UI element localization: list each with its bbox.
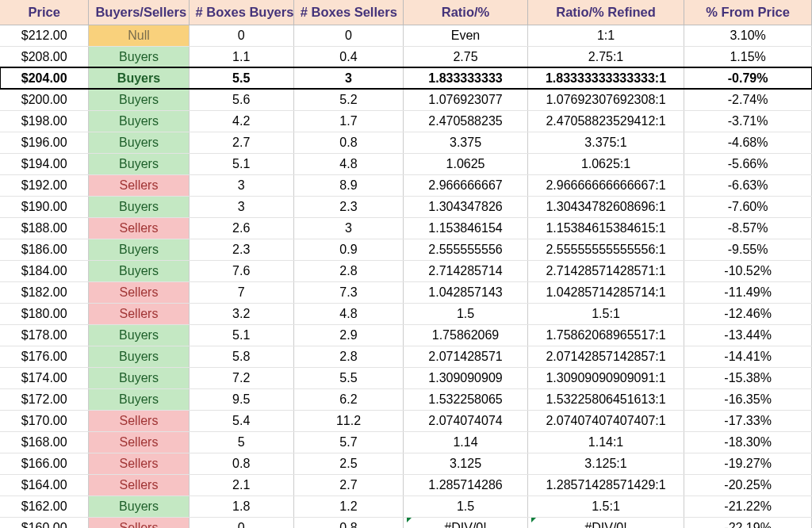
table-row[interactable]: $162.00Buyers1.81.21.51.5:1-21.22% bbox=[0, 495, 812, 517]
cell-boxes-sellers[interactable]: 2.8 bbox=[293, 346, 403, 367]
table-row[interactable]: $190.00Buyers32.31.3043478261.3043478260… bbox=[0, 196, 812, 217]
cell-boxes-sellers[interactable]: 0.8 bbox=[293, 132, 403, 153]
cell-boxes-buyers[interactable]: 3.2 bbox=[189, 303, 293, 324]
cell-ratio-refined[interactable]: 1.5:1 bbox=[527, 303, 684, 324]
cell-price[interactable]: $176.00 bbox=[0, 346, 89, 367]
cell-ratio-refined[interactable]: 1.15384615384615:1 bbox=[527, 217, 684, 239]
cell-from-price[interactable]: -21.22% bbox=[684, 495, 812, 517]
table-row[interactable]: $188.00Sellers2.631.1538461541.153846153… bbox=[0, 217, 812, 239]
cell-from-price[interactable]: -9.55% bbox=[684, 239, 812, 260]
cell-from-price[interactable]: -8.57% bbox=[684, 217, 812, 239]
cell-price[interactable]: $208.00 bbox=[0, 46, 89, 67]
cell-bs[interactable]: Sellers bbox=[89, 281, 189, 303]
cell-boxes-buyers[interactable]: 5.1 bbox=[189, 153, 293, 174]
cell-price[interactable]: $198.00 bbox=[0, 110, 89, 132]
cell-from-price[interactable]: -10.52% bbox=[684, 260, 812, 281]
cell-price[interactable]: $168.00 bbox=[0, 431, 89, 453]
cell-ratio[interactable]: 1.285714286 bbox=[404, 474, 528, 495]
cell-ratio-refined[interactable]: 1.75862068965517:1 bbox=[527, 324, 684, 346]
cell-bs[interactable]: Buyers bbox=[89, 46, 189, 67]
cell-ratio[interactable]: 1.076923077 bbox=[404, 89, 528, 110]
cell-boxes-buyers[interactable]: 5.8 bbox=[189, 346, 293, 367]
table-row[interactable]: $186.00Buyers2.30.92.5555555562.55555555… bbox=[0, 239, 812, 260]
cell-price[interactable]: $204.00 bbox=[0, 67, 89, 89]
table-row[interactable]: $170.00Sellers5.411.22.0740740742.074074… bbox=[0, 410, 812, 431]
cell-from-price[interactable]: -4.68% bbox=[684, 132, 812, 153]
cell-from-price[interactable]: 1.15% bbox=[684, 46, 812, 67]
table-row[interactable]: $208.00Buyers1.10.42.752.75:11.15% bbox=[0, 46, 812, 67]
cell-ratio-refined[interactable]: 1.07692307692308:1 bbox=[527, 89, 684, 110]
cell-ratio-refined[interactable]: 1.14:1 bbox=[527, 431, 684, 453]
cell-boxes-sellers[interactable]: 1.2 bbox=[293, 495, 403, 517]
cell-price[interactable]: $160.00 bbox=[0, 517, 89, 528]
header-from-price[interactable]: % From Price bbox=[684, 0, 812, 25]
cell-ratio-refined[interactable]: 1.5:1 bbox=[527, 495, 684, 517]
cell-from-price[interactable]: -6.63% bbox=[684, 174, 812, 196]
cell-ratio-refined[interactable]: 1:1 bbox=[527, 25, 684, 46]
cell-bs[interactable]: Buyers bbox=[89, 239, 189, 260]
cell-bs[interactable]: Buyers bbox=[89, 89, 189, 110]
cell-bs[interactable]: Sellers bbox=[89, 217, 189, 239]
cell-price[interactable]: $166.00 bbox=[0, 453, 89, 474]
cell-price[interactable]: $190.00 bbox=[0, 196, 89, 217]
cell-boxes-buyers[interactable]: 4.2 bbox=[189, 110, 293, 132]
cell-from-price[interactable]: -14.41% bbox=[684, 346, 812, 367]
cell-boxes-buyers[interactable]: 2.3 bbox=[189, 239, 293, 260]
cell-from-price[interactable]: -11.49% bbox=[684, 281, 812, 303]
cell-boxes-sellers[interactable]: 2.5 bbox=[293, 453, 403, 474]
cell-bs[interactable]: Buyers bbox=[89, 324, 189, 346]
cell-ratio[interactable]: 1.5 bbox=[404, 495, 528, 517]
cell-boxes-sellers[interactable]: 5.5 bbox=[293, 367, 403, 388]
cell-ratio-refined[interactable]: 1.83333333333333:1 bbox=[527, 67, 684, 89]
table-row[interactable]: $174.00Buyers7.25.51.3090909091.30909090… bbox=[0, 367, 812, 388]
cell-bs[interactable]: Sellers bbox=[89, 474, 189, 495]
cell-bs[interactable]: Buyers bbox=[89, 132, 189, 153]
cell-bs[interactable]: Null bbox=[89, 25, 189, 46]
cell-from-price[interactable]: -16.35% bbox=[684, 388, 812, 410]
cell-bs[interactable]: Buyers bbox=[89, 110, 189, 132]
cell-price[interactable]: $196.00 bbox=[0, 132, 89, 153]
table-row[interactable]: $182.00Sellers77.31.0428571431.042857142… bbox=[0, 281, 812, 303]
cell-boxes-sellers[interactable]: 0.9 bbox=[293, 239, 403, 260]
cell-price[interactable]: $180.00 bbox=[0, 303, 89, 324]
header-boxes-sellers[interactable]: # Boxes Sellers bbox=[293, 0, 403, 25]
cell-ratio-refined[interactable]: 2.71428571428571:1 bbox=[527, 260, 684, 281]
cell-boxes-buyers[interactable]: 5.6 bbox=[189, 89, 293, 110]
cell-boxes-buyers[interactable]: 9.5 bbox=[189, 388, 293, 410]
table-row[interactable]: $194.00Buyers5.14.81.06251.0625:1-5.66% bbox=[0, 153, 812, 174]
table-row[interactable]: $178.00Buyers5.12.91.758620691.758620689… bbox=[0, 324, 812, 346]
table-row[interactable]: $166.00Sellers0.82.53.1253.125:1-19.27% bbox=[0, 453, 812, 474]
cell-ratio[interactable]: 1.042857143 bbox=[404, 281, 528, 303]
cell-price[interactable]: $164.00 bbox=[0, 474, 89, 495]
cell-price[interactable]: $182.00 bbox=[0, 281, 89, 303]
cell-from-price[interactable]: 3.10% bbox=[684, 25, 812, 46]
table-row[interactable]: $204.00Buyers5.531.8333333331.8333333333… bbox=[0, 67, 812, 89]
cell-ratio[interactable]: 1.5 bbox=[404, 303, 528, 324]
cell-bs[interactable]: Sellers bbox=[89, 431, 189, 453]
cell-price[interactable]: $212.00 bbox=[0, 25, 89, 46]
cell-ratio[interactable]: 1.309090909 bbox=[404, 367, 528, 388]
cell-bs[interactable]: Buyers bbox=[89, 260, 189, 281]
table-row[interactable]: $184.00Buyers7.62.82.7142857142.71428571… bbox=[0, 260, 812, 281]
cell-price[interactable]: $192.00 bbox=[0, 174, 89, 196]
cell-ratio-refined[interactable]: 1.30434782608696:1 bbox=[527, 196, 684, 217]
cell-ratio[interactable]: 1.304347826 bbox=[404, 196, 528, 217]
cell-boxes-buyers[interactable]: 1.8 bbox=[189, 495, 293, 517]
cell-bs[interactable]: Sellers bbox=[89, 303, 189, 324]
cell-ratio[interactable]: 1.75862069 bbox=[404, 324, 528, 346]
cell-ratio[interactable]: 2.470588235 bbox=[404, 110, 528, 132]
cell-boxes-buyers[interactable]: 5.1 bbox=[189, 324, 293, 346]
cell-boxes-buyers[interactable]: 1.1 bbox=[189, 46, 293, 67]
cell-ratio[interactable]: 1.0625 bbox=[404, 153, 528, 174]
cell-ratio[interactable]: 2.071428571 bbox=[404, 346, 528, 367]
cell-price[interactable]: $170.00 bbox=[0, 410, 89, 431]
cell-from-price[interactable]: -20.25% bbox=[684, 474, 812, 495]
header-boxes-buyers[interactable]: # Boxes Buyers bbox=[189, 0, 293, 25]
cell-boxes-sellers[interactable]: 2.8 bbox=[293, 260, 403, 281]
header-ratio-refined[interactable]: Ratio/% Refined bbox=[527, 0, 684, 25]
cell-boxes-sellers[interactable]: 8.9 bbox=[293, 174, 403, 196]
cell-boxes-buyers[interactable]: 5.4 bbox=[189, 410, 293, 431]
table-row[interactable]: $198.00Buyers4.21.72.4705882352.47058823… bbox=[0, 110, 812, 132]
cell-from-price[interactable]: -13.44% bbox=[684, 324, 812, 346]
cell-ratio-refined[interactable]: 2.75:1 bbox=[527, 46, 684, 67]
